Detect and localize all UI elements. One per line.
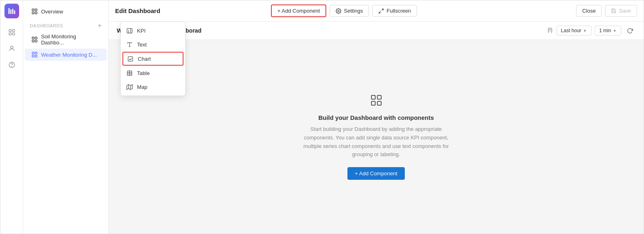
dropdown-kpi-label: KPI bbox=[137, 28, 146, 34]
active-dashboard-icon bbox=[31, 51, 38, 58]
interval-chevron: ▼ bbox=[613, 29, 617, 33]
content-wrapper: Weather Monitoring Dashborad Last hour ▼… bbox=[109, 22, 644, 234]
sidebar-weather-label: Weather Monitoring D... bbox=[41, 52, 97, 58]
time-range-icon bbox=[547, 27, 553, 34]
svg-rect-11 bbox=[32, 9, 34, 11]
svg-rect-6 bbox=[9, 33, 11, 35]
logo-icon bbox=[7, 7, 16, 15]
svg-rect-17 bbox=[32, 40, 34, 42]
dashboard-content: Build your Dashboard with components Sta… bbox=[109, 40, 644, 234]
sidebar-soil-label: Soil Monitoring Dashbo... bbox=[41, 33, 100, 46]
empty-state-description: Start building your Dashboard by adding … bbox=[303, 125, 450, 159]
add-component-button[interactable]: + Add Component bbox=[271, 4, 326, 17]
svg-rect-13 bbox=[32, 12, 34, 14]
kpi-icon bbox=[127, 27, 133, 34]
fullscreen-button[interactable]: Fullscreen bbox=[372, 5, 417, 17]
svg-rect-4 bbox=[9, 29, 11, 31]
app-logo bbox=[4, 4, 19, 18]
svg-rect-1 bbox=[10, 9, 11, 14]
svg-rect-0 bbox=[8, 8, 9, 14]
add-dashboard-button[interactable]: + bbox=[98, 22, 102, 29]
time-range-select[interactable]: Last hour ▼ bbox=[557, 26, 592, 35]
svg-point-10 bbox=[11, 66, 12, 66]
svg-rect-19 bbox=[32, 52, 34, 54]
svg-rect-28 bbox=[371, 102, 375, 105]
interval-select[interactable]: 1 min ▼ bbox=[595, 26, 621, 35]
close-button[interactable]: Close bbox=[576, 5, 602, 17]
svg-rect-21 bbox=[32, 55, 34, 57]
add-component-center-button[interactable]: + Add Component bbox=[347, 167, 404, 180]
add-component-dropdown: KPI Text bbox=[120, 22, 186, 96]
svg-rect-35 bbox=[128, 56, 133, 61]
svg-rect-14 bbox=[35, 12, 37, 14]
table-icon bbox=[127, 70, 133, 76]
svg-rect-20 bbox=[35, 52, 37, 54]
main-content: Edit Dashboard + Add Component Settings … bbox=[109, 0, 644, 234]
sidebar: Overview DASHBOARDS + Soil Monitoring Da… bbox=[23, 0, 109, 234]
nav-refresh-icon[interactable] bbox=[4, 25, 19, 40]
svg-rect-30 bbox=[127, 28, 133, 33]
dropdown-table-label: Table bbox=[137, 70, 150, 76]
text-icon bbox=[127, 41, 133, 48]
svg-rect-22 bbox=[35, 55, 37, 57]
dropdown-item-kpi[interactable]: KPI bbox=[121, 24, 185, 38]
svg-rect-26 bbox=[371, 95, 375, 99]
svg-rect-15 bbox=[32, 37, 34, 39]
topbar: Edit Dashboard + Add Component Settings … bbox=[109, 0, 644, 22]
empty-state-title: Build your Dashboard with components bbox=[303, 114, 450, 121]
svg-rect-12 bbox=[35, 9, 37, 11]
refresh-icon bbox=[627, 28, 633, 34]
icon-rail bbox=[0, 0, 23, 234]
svg-rect-18 bbox=[35, 40, 37, 42]
sidebar-item-soil-monitoring[interactable]: Soil Monitoring Dashbo... bbox=[25, 31, 107, 49]
svg-marker-40 bbox=[127, 84, 133, 90]
refresh-button[interactable] bbox=[624, 26, 635, 35]
svg-rect-29 bbox=[377, 102, 381, 105]
settings-icon bbox=[336, 8, 341, 14]
dropdown-map-label: Map bbox=[137, 84, 147, 90]
page-title: Edit Dashboard bbox=[115, 7, 268, 14]
save-icon bbox=[611, 8, 616, 13]
nav-user-icon[interactable] bbox=[4, 41, 19, 56]
svg-rect-16 bbox=[35, 37, 37, 39]
dropdown-chart-label: Chart bbox=[138, 56, 151, 62]
svg-rect-27 bbox=[377, 95, 381, 99]
dashboard-header: Weather Monitoring Dashborad Last hour ▼… bbox=[109, 22, 644, 40]
svg-rect-2 bbox=[12, 9, 13, 14]
dropdown-text-label: Text bbox=[137, 42, 147, 48]
svg-point-23 bbox=[338, 10, 340, 12]
overview-icon bbox=[31, 8, 38, 15]
sidebar-item-weather-monitoring[interactable]: Weather Monitoring D... bbox=[25, 49, 107, 61]
svg-line-25 bbox=[379, 11, 381, 13]
svg-line-24 bbox=[382, 9, 383, 10]
svg-rect-5 bbox=[12, 29, 14, 31]
settings-button[interactable]: Settings bbox=[330, 5, 369, 17]
dropdown-item-table[interactable]: Table bbox=[121, 66, 185, 80]
chart-icon bbox=[127, 55, 134, 62]
sidebar-overview-label: Overview bbox=[41, 9, 63, 15]
dropdown-item-chart[interactable]: Chart bbox=[122, 52, 183, 66]
nav-help-icon[interactable] bbox=[4, 57, 19, 72]
empty-state: Build your Dashboard with components Sta… bbox=[303, 94, 450, 180]
time-range-chevron: ▼ bbox=[583, 29, 587, 33]
dashboard-icon bbox=[31, 36, 38, 43]
sidebar-item-overview[interactable]: Overview bbox=[25, 5, 107, 18]
svg-rect-3 bbox=[14, 10, 15, 14]
fullscreen-icon bbox=[378, 8, 384, 14]
dropdown-item-text[interactable]: Text bbox=[121, 38, 185, 51]
save-button[interactable]: Save bbox=[605, 5, 637, 17]
empty-state-icon bbox=[303, 94, 450, 109]
sidebar-section-dashboards: DASHBOARDS + bbox=[23, 18, 108, 31]
svg-rect-7 bbox=[12, 33, 14, 35]
dashboard-controls: Last hour ▼ 1 min ▼ bbox=[547, 26, 635, 35]
dropdown-item-map[interactable]: Map bbox=[121, 80, 185, 94]
map-icon bbox=[127, 84, 133, 90]
svg-point-8 bbox=[11, 46, 13, 49]
